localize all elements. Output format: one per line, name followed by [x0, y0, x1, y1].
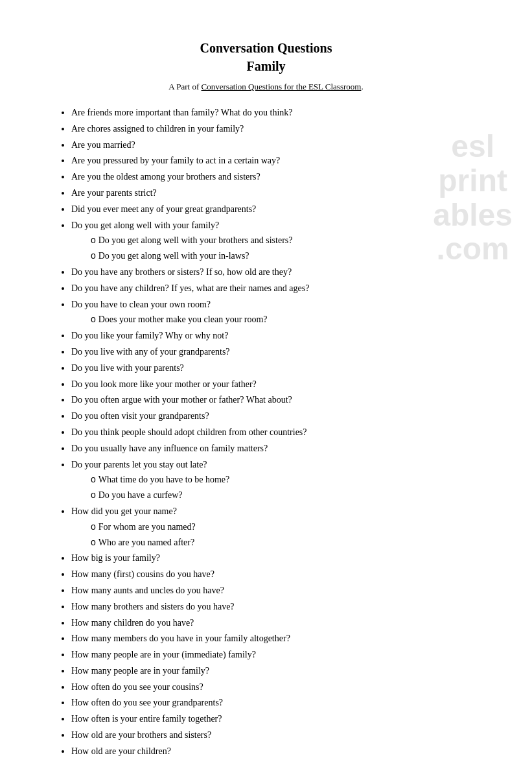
list-item: How many people are in your family?	[71, 663, 480, 679]
list-item: Do you often visit your grandparents?	[71, 409, 480, 424]
sub-list-item: Do you get along well with your in-laws?	[91, 248, 480, 264]
list-item: How often is your entire family together…	[71, 711, 480, 727]
subtitle-link[interactable]: Conversation Questions for the ESL Class…	[202, 82, 362, 91]
list-item: Are you the oldest among your brothers a…	[71, 169, 480, 185]
list-item: How big is your family?	[71, 551, 480, 566]
question-list: Are friends more important than family? …	[52, 105, 480, 758]
list-item: How often do you see your cousins?	[71, 680, 480, 695]
sub-list-item: What time do you have to be home?	[91, 472, 480, 488]
sub-list-item: Does your mother make you clean your roo…	[91, 312, 480, 327]
list-item: How did you get your name?For whom are y…	[71, 504, 480, 550]
sub-list: For whom are you named?Who are you named…	[71, 519, 480, 551]
subtitle: A Part of Conversation Questions for the…	[52, 82, 480, 92]
list-item: Do you look more like your mother or you…	[71, 377, 480, 392]
list-item: How many (first) cousins do you have?	[71, 567, 480, 582]
list-item: Do you often argue with your mother or f…	[71, 392, 480, 408]
sub-list-item: For whom are you named?	[91, 519, 480, 535]
list-item: Do you usually have any influence on fam…	[71, 441, 480, 456]
list-item: Do you like your family? Why or why not?	[71, 328, 480, 344]
sub-list: Does your mother make you clean your roo…	[71, 312, 480, 327]
page-title: Conversation Questions Family	[52, 39, 480, 75]
list-item: How often do you see your grandparents?	[71, 695, 480, 711]
sub-list-item: Who are you named after?	[91, 535, 480, 551]
sub-list-item: Do you get along well with your brothers…	[91, 233, 480, 248]
list-item: Did you ever meet any of your great gran…	[71, 202, 480, 217]
sub-list: What time do you have to be home?Do you …	[71, 472, 480, 503]
list-item: Do you have to clean your own room?Does …	[71, 297, 480, 328]
list-item: Do you get along well with your family?D…	[71, 218, 480, 264]
list-item: How many children do you have?	[71, 615, 480, 631]
page-header: Conversation Questions Family A Part of …	[52, 39, 480, 92]
list-item: Are you married?	[71, 137, 480, 153]
list-item: Do you live with your parents?	[71, 361, 480, 376]
list-item: Do you live with any of your grandparent…	[71, 344, 480, 360]
list-item: Do you think people should adopt childre…	[71, 425, 480, 440]
list-item: Do your parents let you stay out late?Wh…	[71, 457, 480, 503]
list-item: Are chores assigned to children in your …	[71, 121, 480, 137]
list-item: Are friends more important than family? …	[71, 105, 480, 121]
list-item: Are you pressured by your family to act …	[71, 153, 480, 169]
list-item: How many aunts and uncles do you have?	[71, 583, 480, 598]
list-item: How old are your children?	[71, 744, 480, 758]
list-item: How old are your brothers and sisters?	[71, 728, 480, 743]
sub-list-item: Do you have a curfew?	[91, 488, 480, 503]
sub-list: Do you get along well with your brothers…	[71, 233, 480, 264]
list-item: Are your parents strict?	[71, 185, 480, 201]
list-item: Do you have any children? If yes, what a…	[71, 281, 480, 296]
list-item: How many members do you have in your fam…	[71, 631, 480, 646]
list-item: How many brothers and sisters do you hav…	[71, 599, 480, 615]
list-item: How many people are in your (immediate) …	[71, 647, 480, 663]
list-item: Do you have any brothers or sisters? If …	[71, 265, 480, 280]
